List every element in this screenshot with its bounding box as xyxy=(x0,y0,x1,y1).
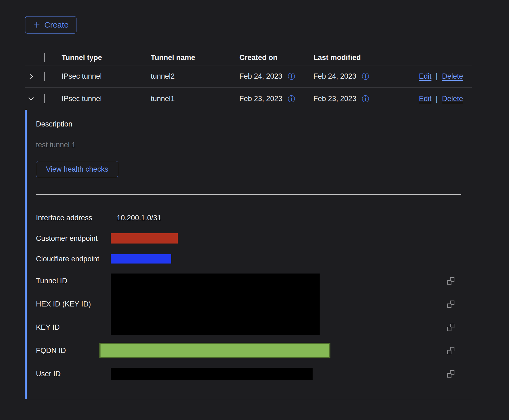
tunnel-fields: Interface address 10.200.1.0/31 Customer… xyxy=(36,208,472,385)
description-value: test tunnel 1 xyxy=(36,141,472,149)
cell-tunnel-type: IPsec tunnel xyxy=(62,95,151,103)
fqdn-id-redaction xyxy=(99,343,330,358)
field-cloudflare-endpoint: Cloudflare endpoint xyxy=(36,249,459,269)
plus-icon xyxy=(33,21,41,29)
create-button[interactable]: Create xyxy=(25,16,76,34)
cell-tunnel-type: IPsec tunnel xyxy=(62,72,151,81)
table-row: IPsec tunnel tunnel1 Feb 23, 2023 ⓘ Feb … xyxy=(25,88,472,110)
copy-key-id-icon[interactable] xyxy=(447,324,454,331)
delete-link[interactable]: Delete xyxy=(442,95,463,103)
cell-created-on: Feb 23, 2023 xyxy=(239,95,282,103)
key-id-label: KEY ID xyxy=(36,316,111,339)
customer-endpoint-label: Customer endpoint xyxy=(36,234,111,243)
hex-id-label: HEX ID (KEY ID) xyxy=(36,292,111,316)
header-last-modified: Last modified xyxy=(313,54,405,62)
description-label: Description xyxy=(36,120,472,128)
row-checkbox[interactable] xyxy=(44,94,45,103)
interface-address-label: Interface address xyxy=(36,214,111,222)
field-id-group: Tunnel ID HEX ID (KEY ID) KEY ID xyxy=(36,269,459,339)
user-id-label: User ID xyxy=(36,370,111,378)
info-icon[interactable]: ⓘ xyxy=(362,73,369,80)
cloudflare-endpoint-redaction xyxy=(111,254,171,264)
tunnel-id-label: Tunnel ID xyxy=(36,269,111,292)
info-icon[interactable]: ⓘ xyxy=(288,73,295,80)
copy-tunnel-id-icon[interactable] xyxy=(447,277,454,285)
field-user-id: User ID xyxy=(36,362,459,385)
view-health-checks-label: View health checks xyxy=(46,165,108,174)
panel-divider xyxy=(36,194,461,195)
collapse-row-button[interactable] xyxy=(25,95,44,102)
info-icon[interactable]: ⓘ xyxy=(362,95,369,102)
header-tunnel-name: Tunnel name xyxy=(151,54,239,62)
header-tunnel-type: Tunnel type xyxy=(62,54,151,62)
delete-link[interactable]: Delete xyxy=(442,72,463,81)
chevron-down-icon xyxy=(28,95,34,102)
view-health-checks-button[interactable]: View health checks xyxy=(36,161,118,177)
row-checkbox[interactable] xyxy=(44,72,45,81)
id-group-redaction xyxy=(111,274,320,335)
table-row: IPsec tunnel tunnel2 Feb 24, 2023 ⓘ Feb … xyxy=(25,65,472,88)
cell-tunnel-name: tunnel2 xyxy=(151,72,239,81)
copy-fqdn-id-icon[interactable] xyxy=(447,347,454,354)
chevron-right-icon xyxy=(28,73,34,80)
copy-hex-id-icon[interactable] xyxy=(447,301,454,308)
field-fqdn-id: FQDN ID xyxy=(36,339,459,362)
cloudflare-endpoint-label: Cloudflare endpoint xyxy=(36,255,111,263)
copy-user-id-icon[interactable] xyxy=(447,370,454,378)
cell-last-modified: Feb 24, 2023 xyxy=(313,72,356,81)
select-all-checkbox[interactable] xyxy=(44,53,45,62)
cell-tunnel-name: tunnel1 xyxy=(151,95,239,103)
tunnels-page: Create Tunnel type Tunnel name Created o… xyxy=(0,0,509,420)
info-icon[interactable]: ⓘ xyxy=(288,95,295,102)
cell-last-modified: Feb 23, 2023 xyxy=(313,95,356,103)
field-interface-address: Interface address 10.200.1.0/31 xyxy=(36,208,459,228)
cell-created-on: Feb 24, 2023 xyxy=(239,72,282,81)
field-customer-endpoint: Customer endpoint xyxy=(36,228,459,249)
tunnel-detail-panel: Description test tunnel 1 View health ch… xyxy=(25,110,472,399)
interface-address-value: 10.200.1.0/31 xyxy=(111,214,443,222)
action-separator: | xyxy=(436,95,438,103)
table-header-row: Tunnel type Tunnel name Created on Last … xyxy=(25,50,472,65)
action-separator: | xyxy=(436,72,438,81)
tunnels-table: Tunnel type Tunnel name Created on Last … xyxy=(25,50,472,399)
customer-endpoint-redaction xyxy=(111,233,178,244)
create-button-label: Create xyxy=(44,20,69,29)
expand-row-button[interactable] xyxy=(25,73,44,80)
user-id-redaction xyxy=(111,368,313,380)
edit-link[interactable]: Edit xyxy=(419,72,431,81)
header-created-on: Created on xyxy=(239,54,313,62)
edit-link[interactable]: Edit xyxy=(419,95,431,103)
